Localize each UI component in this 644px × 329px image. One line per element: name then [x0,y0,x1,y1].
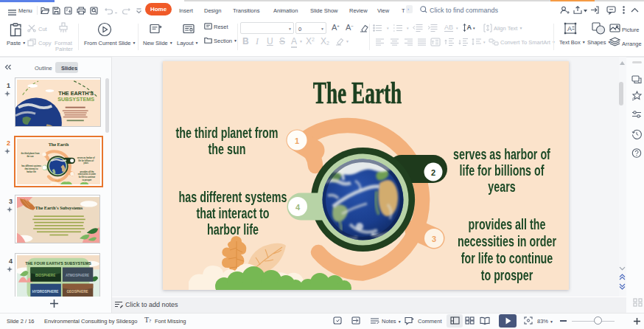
svg-text:BIOSPHERE: BIOSPHERE [35,274,55,277]
svg-text:1: 1 [295,136,299,145]
svg-text:3: 3 [432,235,436,243]
svg-text:The Earth's Subsystems: The Earth's Subsystems [35,205,83,210]
svg-text:to prosper: to prosper [83,179,93,181]
svg-text:A: A [567,25,572,32]
svg-text:THE EARTH'S: THE EARTH'S [58,91,94,97]
svg-text:A: A [467,24,472,31]
svg-text:the sun: the sun [27,154,33,157]
svg-text:THE FOUR EARTH'S SUBSYSTEMS: THE FOUR EARTH'S SUBSYSTEMS [25,261,91,266]
svg-text:ATMOSPHERE: ATMOSPHERE [66,274,89,277]
svg-text:The Earth: The Earth [49,142,69,147]
svg-text:2: 2 [431,168,435,177]
svg-text:4: 4 [295,203,301,212]
svg-text:HYDROSPHERE: HYDROSPHERE [32,290,59,294]
svg-text:SUBSYSTEMS: SUBSYSTEMS [57,97,94,103]
svg-text:GEOSPHERE: GEOSPHERE [66,290,88,294]
svg-text:harbor life: harbor life [27,170,36,173]
svg-text:years: years [83,162,88,164]
